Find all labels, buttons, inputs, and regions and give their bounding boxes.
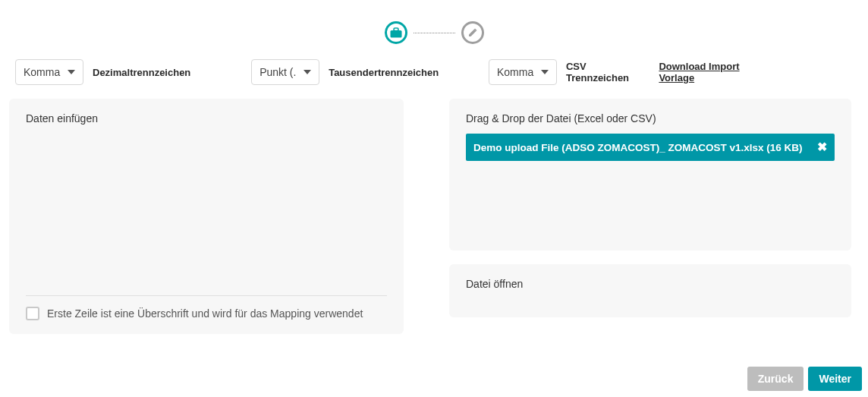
uploaded-file-name: Demo upload File (ADSO ZOMACOST)_ ZOMACO…	[473, 142, 811, 153]
step-1[interactable]	[385, 21, 407, 44]
uploaded-file-chip: Demo upload File (ADSO ZOMACOST)_ ZOMACO…	[466, 134, 835, 161]
csv-separator-label: CSV Trennzeichen	[566, 61, 640, 83]
paste-data-title: Daten einfügen	[26, 112, 387, 124]
remove-file-icon[interactable]: ✖	[817, 141, 827, 153]
download-template-link[interactable]: Download Import Vorlage	[659, 61, 769, 83]
first-row-header-label: Erste Zeile ist eine Überschrift und wir…	[47, 307, 363, 320]
pencil-icon	[467, 27, 478, 38]
main-area: Daten einfügen Erste Zeile ist eine Über…	[0, 99, 868, 334]
step-2[interactable]	[461, 21, 484, 44]
decimal-separator-label: Dezimaltrennzeichen	[93, 67, 190, 78]
next-button[interactable]: Weiter	[808, 367, 862, 391]
csv-separator-value: Komma	[497, 66, 535, 78]
wizard-footer: Zurück Weiter	[747, 367, 862, 391]
back-button[interactable]: Zurück	[747, 367, 804, 391]
step-separator	[414, 33, 455, 33]
open-file-panel[interactable]: Datei öffnen	[449, 264, 851, 317]
decimal-separator-select[interactable]: Komma	[15, 59, 83, 85]
svg-rect-1	[394, 28, 398, 31]
svg-rect-0	[390, 30, 401, 38]
decimal-separator-value: Komma	[24, 66, 61, 78]
file-column: Drag & Drop der Datei (Excel oder CSV) D…	[449, 99, 851, 334]
paste-data-panel: Daten einfügen Erste Zeile ist eine Über…	[9, 99, 404, 334]
chevron-down-icon	[68, 70, 75, 74]
chevron-down-icon	[541, 70, 549, 74]
drop-file-panel[interactable]: Drag & Drop der Datei (Excel oder CSV) D…	[449, 99, 851, 250]
controls-row: Komma Dezimaltrennzeichen Punkt (. Tause…	[0, 59, 868, 85]
wizard-stepper	[0, 0, 868, 59]
first-row-header-row: Erste Zeile ist eine Überschrift und wir…	[26, 295, 387, 320]
csv-separator-select[interactable]: Komma	[489, 59, 557, 85]
first-row-header-checkbox[interactable]	[26, 307, 39, 320]
briefcase-icon	[390, 27, 402, 38]
open-file-title: Datei öffnen	[466, 278, 835, 290]
drop-file-title: Drag & Drop der Datei (Excel oder CSV)	[466, 112, 835, 124]
chevron-down-icon	[303, 70, 311, 74]
thousand-separator-value: Punkt (.	[259, 66, 297, 78]
paste-data-textarea[interactable]	[26, 134, 387, 295]
thousand-separator-select[interactable]: Punkt (.	[251, 59, 319, 85]
thousand-separator-label: Tausendertrennzeichen	[329, 67, 439, 78]
